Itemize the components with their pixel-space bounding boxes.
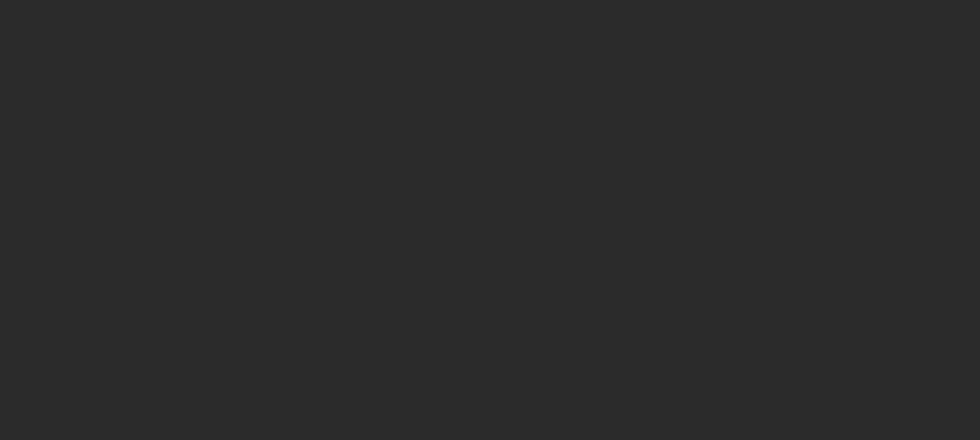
- 3d-viewport[interactable]: [0, 0, 980, 440]
- scene-canvas: [0, 0, 980, 440]
